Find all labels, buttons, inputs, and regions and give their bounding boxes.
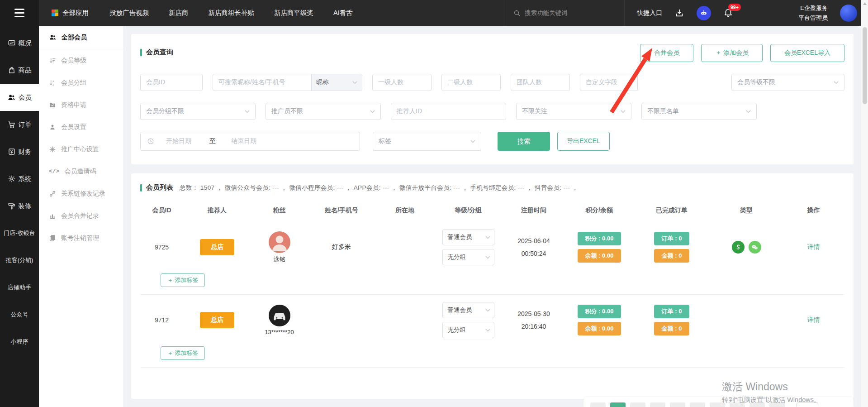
submenu-item-member-group[interactable]: AZ 会员分组 [39, 72, 123, 94]
sidebar-item-official-account[interactable]: 公众号 [0, 301, 39, 328]
detail-link[interactable]: 详情 [783, 316, 844, 324]
submenu-item-account-cancel[interactable]: 账号注销管理 [39, 227, 123, 249]
merge-members-button[interactable]: 合并会员 [640, 44, 693, 62]
sidebar-item-system[interactable]: 系统 [0, 165, 39, 192]
page-button[interactable] [590, 402, 606, 407]
submenu-item-promotion-settings[interactable]: 推广中心设置 [39, 138, 123, 160]
date-range-picker[interactable]: 开始日期 至 结束日期 [140, 132, 360, 151]
chevron-down-icon [370, 110, 375, 113]
fan-cell: 13*******20 [251, 305, 308, 335]
quick-entry-link[interactable]: 快捷入口 [637, 9, 662, 17]
sidebar-item-finance[interactable]: 财务 [0, 138, 39, 165]
team-count-input[interactable]: 团队人数 [511, 74, 570, 91]
member-level-select[interactable]: 会员等级不限 [731, 74, 844, 91]
all-apps-label: 全部应用 [62, 9, 89, 17]
page-button[interactable] [670, 402, 685, 407]
follow-filter-select[interactable]: 不限关注 [516, 103, 631, 120]
notifications-bell[interactable]: 99+ [723, 7, 733, 19]
all-apps-menu[interactable]: 全部应用 [52, 9, 89, 17]
wechat-icon [749, 241, 761, 254]
submenu-item-relation-log[interactable]: 关系链修改记录 [39, 182, 123, 205]
avatar[interactable] [840, 5, 857, 22]
page-button[interactable] [690, 402, 705, 407]
sidebar-item-label: 财务 [19, 148, 32, 156]
member-excel-import-button[interactable]: 会员EXCEL导入 [770, 44, 844, 62]
chevron-down-icon [485, 236, 490, 239]
submenu-item-member-level[interactable]: 会员等级 [39, 49, 123, 72]
level-select[interactable]: 普通会员 [442, 302, 494, 318]
topnav-item-peer-award[interactable]: 新店商平级奖 [274, 9, 313, 17]
sidebar-item-shop-assistant[interactable]: 店铺助手 [0, 274, 39, 301]
custom-field-input[interactable]: 自定义字段 [580, 74, 638, 91]
submenu-item-invite-code[interactable]: </> 会员邀请码 [39, 160, 123, 182]
sidebar-item-distribution[interactable]: 推客(分销) [0, 247, 39, 274]
page-button[interactable] [630, 402, 645, 407]
goods-icon [8, 66, 16, 74]
member-id-input[interactable]: 会员ID [140, 74, 203, 91]
page-button[interactable] [650, 402, 665, 407]
referrer-id-input[interactable]: 推荐人ID [391, 103, 506, 120]
assistant-robot-icon[interactable] [697, 6, 711, 20]
account-info[interactable]: E企盈服务 平台管理员 [798, 3, 828, 23]
add-tag-button[interactable]: ＋ 添加标签 [161, 273, 205, 287]
custom-field-placeholder: 自定义字段 [586, 78, 617, 86]
scrollbar[interactable] [861, 0, 868, 407]
sidebar-item-store-cashier[interactable]: 门店-收银台 [0, 220, 39, 247]
tag-select[interactable]: 标签 [373, 132, 481, 151]
topnav-item-new-shop[interactable]: 新店商 [169, 9, 189, 17]
topnav-item-leader-subsidy[interactable]: 新店商组长补贴 [209, 9, 255, 17]
register-time-cell: 2025-05-30 20:16:40 [502, 307, 565, 333]
member-id: 9712 [140, 316, 183, 324]
list-card-title-row: 会员列表 [140, 183, 173, 192]
sidebar-item-members[interactable]: 会员 [0, 84, 39, 111]
sidebar-item-goods[interactable]: 商品 [0, 57, 39, 84]
col-register-time: 注册时间 [502, 206, 565, 215]
register-time-cell: 2025-06-04 00:50:24 [502, 235, 565, 260]
col-actions: 操作 [783, 206, 844, 215]
referrer-badge[interactable]: 总店 [200, 239, 234, 255]
topnav-item-ai-tongue[interactable]: AI看舌 [333, 9, 353, 17]
fan-avatar[interactable] [269, 305, 290, 326]
download-icon[interactable] [674, 8, 684, 18]
submenu-item-label: 推广中心设置 [61, 145, 99, 153]
sidebar-item-orders[interactable]: 订单 [0, 111, 39, 138]
search-input[interactable]: 搜索功能关键词 [504, 0, 625, 26]
svg-text:Z: Z [52, 83, 54, 86]
keyword-search-input-group[interactable]: 可搜索昵称/姓名/手机号 昵称 [213, 74, 362, 91]
submenu-item-label: 会员邀请码 [64, 168, 96, 176]
sidebar-item-miniprogram[interactable]: 小程序 [0, 328, 39, 355]
start-date-placeholder: 开始日期 [166, 137, 191, 145]
scrollbar-thumb[interactable] [863, 27, 867, 104]
sidebar-item-overview[interactable]: 概况 [0, 29, 39, 57]
page-button-current[interactable] [610, 402, 626, 407]
amount-chip: 金额 : 0 [654, 322, 689, 335]
level2-count-input[interactable]: 二级人数 [441, 74, 501, 91]
search-type-select[interactable]: 昵称 [311, 74, 362, 91]
fan-avatar[interactable] [269, 231, 290, 253]
promoter-select[interactable]: 推广员不限 [266, 103, 381, 120]
level1-count-input[interactable]: 一级人数 [372, 74, 432, 91]
search-button[interactable]: 搜索 [498, 132, 550, 151]
member-group-select[interactable]: 会员分组不限 [140, 103, 256, 120]
table-row: 9712 总店 13*******20 普通会员 [140, 295, 844, 341]
detail-link[interactable]: 详情 [783, 243, 844, 251]
scrollbar-up-arrow[interactable] [863, 2, 867, 5]
add-tag-button[interactable]: ＋ 添加标签 [161, 346, 205, 360]
group-select[interactable]: 无分组 [442, 322, 494, 338]
sidebar-item-decorate[interactable]: 装修 [0, 192, 39, 220]
add-member-button[interactable]: ＋ 添加会员 [701, 44, 763, 62]
fan-cell: 泳铭 [251, 231, 308, 263]
sidebar-item-label: 订单 [19, 120, 32, 129]
group-select[interactable]: 无分组 [442, 249, 494, 265]
export-excel-button[interactable]: 导出EXCEL [557, 132, 610, 151]
hamburger-menu[interactable] [0, 0, 39, 26]
blacklist-filter-value: 不限黑名单 [647, 107, 679, 115]
level-select[interactable]: 普通会员 [442, 229, 494, 245]
submenu-item-all-members[interactable]: 全部会员 [39, 26, 123, 49]
referrer-badge[interactable]: 总店 [200, 312, 234, 328]
submenu-item-qualification[interactable]: 资格申请 [39, 94, 123, 116]
submenu-item-member-settings[interactable]: 会员设置 [39, 116, 123, 138]
submenu-item-merge-log[interactable]: 会员合并记录 [39, 205, 123, 227]
blacklist-filter-select[interactable]: 不限黑名单 [641, 103, 757, 120]
topnav-item-ad-video[interactable]: 投放广告视频 [109, 9, 149, 17]
